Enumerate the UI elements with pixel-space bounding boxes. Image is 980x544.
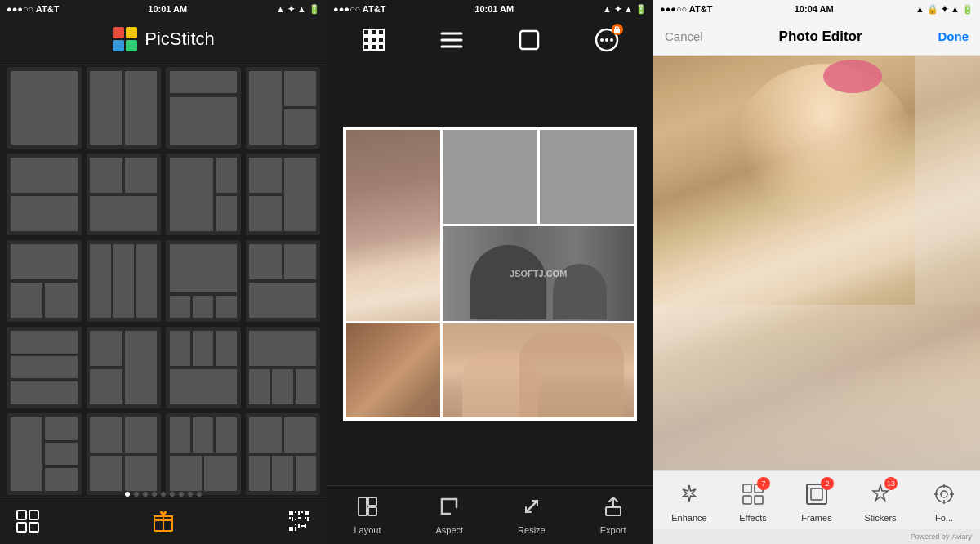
dot-6[interactable]: [170, 492, 175, 497]
svg-rect-1: [126, 27, 137, 38]
menu-button[interactable]: [434, 22, 470, 58]
export-icon: [603, 496, 624, 522]
svg-rect-47: [368, 497, 376, 506]
status-icons-3: ▲ 🔒 ✦ ▲ 🔋: [915, 4, 973, 15]
layout-cell-4-3[interactable]: [166, 327, 241, 408]
enhance-tool[interactable]: Enhance: [667, 479, 712, 523]
qr-button[interactable]: [287, 510, 310, 537]
aspect-icon: [439, 496, 460, 522]
layout-cell-3-2[interactable]: [87, 240, 162, 322]
aviary-bar: Powered by Aviary: [653, 529, 980, 544]
svg-rect-13: [298, 511, 300, 515]
dot-8[interactable]: [188, 492, 193, 497]
pe-tools-row: Enhance 7 Effects: [653, 471, 980, 529]
stickers-icon: 13: [865, 479, 896, 510]
dot-1[interactable]: [125, 492, 130, 497]
svg-rect-3: [126, 40, 137, 51]
picstitch-logo-icon: [112, 26, 138, 52]
layout-cell-1-2[interactable]: [87, 67, 162, 149]
svg-rect-11: [289, 511, 293, 515]
layout-cell-1-1[interactable]: [7, 67, 82, 149]
svg-rect-19: [298, 517, 301, 519]
collage-cell-4[interactable]: JSOFTJ.COM: [443, 226, 634, 320]
svg-rect-14: [301, 511, 303, 513]
svg-rect-6: [17, 523, 26, 532]
cancel-button[interactable]: Cancel: [665, 29, 703, 43]
svg-point-43: [605, 38, 608, 42]
focus-tool[interactable]: Fo...: [922, 479, 967, 523]
frame-button[interactable]: [511, 22, 547, 58]
svg-rect-28: [363, 29, 369, 35]
layout-cell-5-3[interactable]: [166, 413, 241, 495]
layout-cell-2-4[interactable]: [246, 154, 321, 235]
layout-cell-2-2[interactable]: [87, 154, 162, 235]
layout-cell-4-2[interactable]: [87, 327, 162, 408]
dot-9[interactable]: [197, 492, 202, 497]
aspect-label: Aspect: [435, 525, 463, 535]
status-icons-2: ▲ ✦ ▲ 🔋: [603, 4, 647, 15]
stickers-label: Stickers: [864, 513, 896, 523]
layout-cell-4-4[interactable]: [246, 327, 321, 408]
settings-lock-badge: [612, 24, 623, 35]
dot-3[interactable]: [143, 492, 148, 497]
svg-rect-17: [292, 517, 293, 521]
carrier-3: ●●●○○ AT&T: [660, 4, 712, 14]
grid-view-button[interactable]: [16, 510, 39, 537]
dot-4[interactable]: [152, 492, 157, 497]
aviary-brand: Aviary: [951, 533, 972, 541]
panel1-bottom-bar: [0, 502, 327, 544]
settings-button[interactable]: [589, 22, 625, 58]
svg-rect-29: [371, 29, 376, 35]
enhance-label: Enhance: [671, 513, 706, 523]
layout-cell-5-1[interactable]: [7, 413, 82, 495]
layout-cell-2-3[interactable]: [166, 154, 241, 235]
layout-icon: [357, 496, 378, 522]
photo-editor-title: Photo Editor: [779, 29, 862, 45]
svg-point-44: [610, 38, 613, 42]
svg-rect-22: [289, 527, 293, 531]
resize-tool[interactable]: Resize: [518, 496, 546, 535]
layout-cell-4-1[interactable]: [7, 327, 82, 408]
layout-cell-3-3[interactable]: [166, 240, 241, 322]
svg-rect-45: [614, 29, 620, 33]
layout-cell-3-4[interactable]: [246, 240, 321, 322]
frames-label: Frames: [801, 513, 831, 523]
dot-5[interactable]: [161, 492, 166, 497]
done-button[interactable]: Done: [938, 29, 969, 43]
effects-tool[interactable]: 7 Effects: [731, 479, 776, 523]
layout-cell-1-4[interactable]: [246, 67, 321, 149]
svg-rect-32: [371, 37, 376, 42]
effects-label: Effects: [739, 513, 766, 523]
status-icons-1: ▲ ✦ ▲ 🔋: [276, 4, 320, 15]
gift-button[interactable]: [152, 510, 175, 537]
layout-cell-2-1[interactable]: [7, 154, 82, 235]
layout-cell-1-3[interactable]: [166, 67, 241, 149]
layout-cell-3-1[interactable]: [7, 240, 82, 322]
aspect-tool[interactable]: Aspect: [435, 496, 463, 535]
grid-button[interactable]: [356, 22, 392, 58]
svg-rect-4: [17, 511, 26, 519]
collage-cell-2[interactable]: [443, 130, 537, 224]
frames-tool[interactable]: 2 Frames: [795, 479, 840, 523]
layout-tool[interactable]: Layout: [354, 496, 381, 535]
export-tool[interactable]: Export: [600, 496, 626, 535]
resize-icon: [521, 496, 542, 522]
svg-rect-54: [755, 496, 763, 504]
collage-frame: JSOFTJ.COM: [343, 127, 637, 421]
dot-7[interactable]: [179, 492, 184, 497]
svg-rect-18: [295, 519, 296, 520]
status-bar-3: ●●●○○ AT&T 10:04 AM ▲ 🔒 ✦ ▲ 🔋: [653, 0, 980, 18]
carrier-2: ●●●○○ AT&T: [333, 4, 385, 14]
layout-cell-5-4[interactable]: [246, 413, 321, 495]
svg-rect-20: [305, 517, 306, 519]
dot-2[interactable]: [134, 492, 139, 497]
layout-cell-5-2[interactable]: [87, 413, 162, 495]
collage-cell-3[interactable]: [540, 130, 634, 224]
svg-rect-51: [743, 484, 751, 493]
stickers-tool[interactable]: 13 Stickers: [858, 479, 903, 523]
collage-cell-6[interactable]: [443, 323, 634, 417]
svg-rect-33: [378, 37, 384, 42]
collage-cell-5[interactable]: [346, 323, 440, 417]
collage-cell-1[interactable]: [346, 130, 440, 321]
time-1: 10:01 AM: [148, 4, 187, 14]
